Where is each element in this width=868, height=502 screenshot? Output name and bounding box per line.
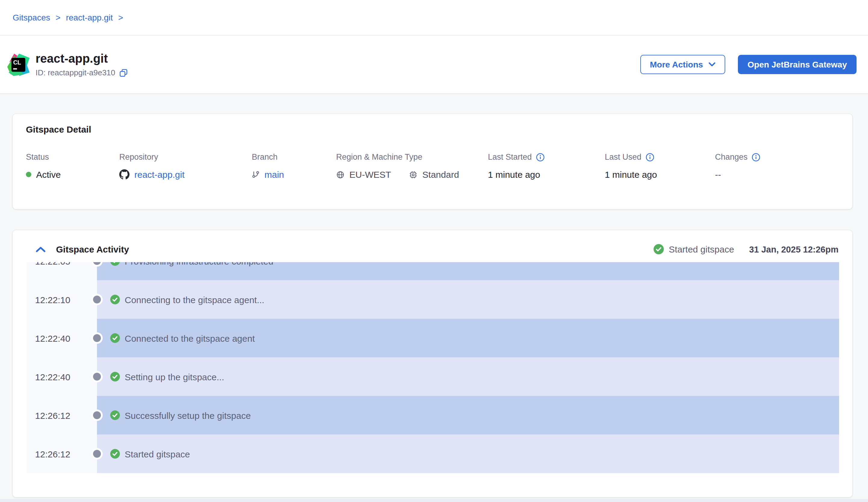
log-time: 12:26:12 — [27, 434, 97, 473]
activity-log[interactable]: 12:22:05 Provisioning infrastructure com… — [27, 262, 839, 473]
app-icon-label: CL — [13, 59, 21, 65]
branch-link[interactable]: main — [265, 169, 284, 180]
repository-label: Repository — [119, 153, 185, 162]
activity-heading: Gitspace Activity — [56, 244, 129, 254]
log-time: 12:26:12 — [27, 396, 97, 434]
open-jetbrains-gateway-button[interactable]: Open JetBrains Gateway — [738, 55, 857, 74]
log-message: Setting up the gitspace... — [125, 371, 224, 382]
info-icon[interactable] — [646, 153, 654, 161]
breadcrumb-gitspaces[interactable]: Gitspaces — [13, 13, 50, 22]
more-actions-button[interactable]: More Actions — [640, 55, 725, 74]
branch-label: Branch — [252, 153, 284, 162]
branch-column: Branch main — [252, 153, 284, 180]
log-message: Connected to the gitspace agent — [125, 333, 255, 343]
title-block: react-app.git ID: reactappgit-a9e310 — [35, 52, 128, 77]
page-header: CL react-app.git ID: reactappgit-a9e310 … — [0, 35, 868, 94]
repository-column: Repository react-app.git — [119, 153, 185, 180]
breadcrumb-separator: > — [56, 13, 61, 22]
timeline-dot — [93, 411, 101, 419]
check-circle-icon — [654, 244, 664, 254]
log-time: 12:22:40 — [27, 319, 97, 357]
activity-timestamp: 31 Jan, 2025 12:26pm — [749, 244, 838, 254]
log-row: 12:26:12 Started gitspace — [27, 434, 839, 473]
activity-status-badge: Started gitspace — [654, 244, 734, 254]
cpu-icon — [409, 170, 417, 179]
timeline-dot — [93, 450, 101, 458]
github-icon — [119, 169, 130, 180]
log-row: 12:26:12 Successfully setup the gitspace — [27, 396, 839, 434]
timeline-dot — [93, 373, 101, 381]
log-time: 12:22:10 — [27, 280, 97, 319]
gitspace-activity-card: Gitspace Activity Started gitspace 31 Ja… — [13, 230, 852, 497]
log-message: Started gitspace — [125, 449, 190, 459]
log-time: 12:22:40 — [27, 357, 97, 396]
check-circle-icon — [110, 449, 120, 459]
log-row: 12:22:05 Provisioning infrastructure com… — [27, 262, 839, 280]
timeline-dot — [93, 334, 101, 342]
gitspace-detail-card: Gitspace Detail Status Active Repository… — [13, 114, 852, 209]
collapse-chevron-up-icon[interactable] — [35, 246, 46, 253]
log-message: Connecting to the gitspace agent... — [125, 294, 265, 305]
gitspace-id: ID: reactappgit-a9e310 — [35, 68, 115, 77]
check-circle-icon — [110, 262, 120, 266]
changes-column: Changes -- — [715, 153, 760, 180]
check-circle-icon — [110, 295, 120, 304]
log-message: Successfully setup the gitspace — [125, 410, 251, 420]
activity-status-text: Started gitspace — [669, 244, 734, 254]
region-value: EU-WEST — [349, 169, 391, 180]
check-circle-icon — [110, 333, 120, 343]
open-gateway-label: Open JetBrains Gateway — [747, 60, 847, 69]
changes-value: -- — [715, 169, 760, 180]
log-row: 12:22:40 Setting up the gitspace... — [27, 357, 839, 396]
log-time: 12:22:05 — [27, 262, 97, 280]
git-branch-icon — [252, 171, 260, 178]
info-icon[interactable] — [752, 153, 760, 161]
last-used-column: Last Used 1 minute ago — [605, 153, 657, 180]
breadcrumb-bar: Gitspaces > react-app.git > — [0, 0, 868, 35]
active-status-dot — [26, 172, 31, 177]
page-bottom-edge — [0, 499, 868, 502]
breadcrumb-separator: > — [118, 13, 123, 22]
page-title: react-app.git — [35, 52, 128, 66]
check-circle-icon — [110, 410, 120, 420]
status-label: Status — [26, 153, 61, 162]
last-used-label: Last Used — [605, 153, 641, 162]
info-icon[interactable] — [536, 153, 545, 161]
last-started-label: Last Started — [488, 153, 532, 162]
repository-link[interactable]: react-app.git — [134, 169, 185, 180]
status-column: Status Active — [26, 153, 61, 180]
more-actions-label: More Actions — [650, 60, 703, 69]
globe-icon — [336, 170, 344, 179]
region-machine-column: Region & Machine Type EU-WEST Standard — [336, 153, 459, 180]
last-used-value: 1 minute ago — [605, 169, 657, 180]
log-row: 12:22:40 Connected to the gitspace agent — [27, 319, 839, 357]
breadcrumb-react-app[interactable]: react-app.git — [66, 13, 113, 22]
copy-icon[interactable] — [120, 69, 128, 77]
status-value: Active — [36, 169, 61, 180]
machine-type-value: Standard — [422, 169, 459, 180]
region-machine-label: Region & Machine Type — [336, 153, 459, 162]
timeline-dot — [93, 296, 101, 304]
last-started-value: 1 minute ago — [488, 169, 545, 180]
detail-heading: Gitspace Detail — [26, 124, 91, 134]
breadcrumb: Gitspaces > react-app.git > — [13, 13, 123, 22]
check-circle-icon — [110, 372, 120, 381]
log-row: 12:22:10 Connecting to the gitspace agen… — [27, 280, 839, 319]
log-message: Provisioning infrastructure completed — [125, 262, 273, 266]
clion-app-icon: CL — [7, 53, 30, 76]
changes-label: Changes — [715, 153, 747, 162]
chevron-down-icon — [709, 62, 716, 67]
last-started-column: Last Started 1 minute ago — [488, 153, 545, 180]
